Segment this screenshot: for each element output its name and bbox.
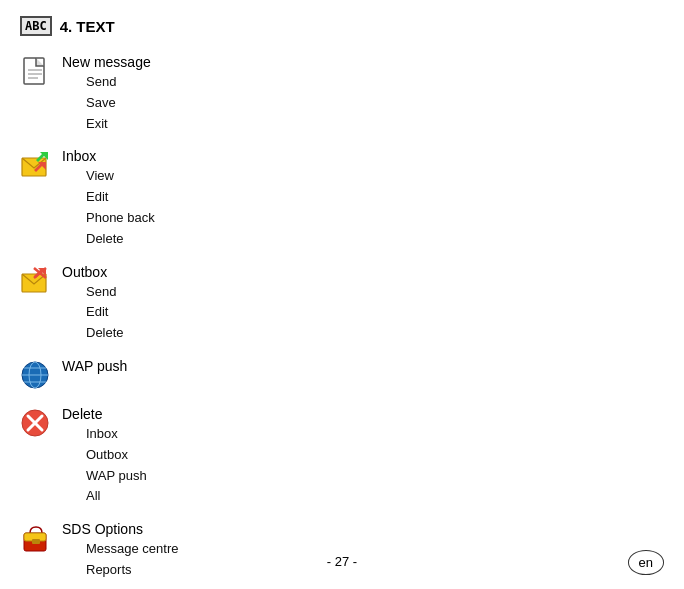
sub-item-edit[interactable]: Edit [86,187,155,208]
sub-item-edit[interactable]: Edit [86,302,124,323]
svg-rect-21 [32,539,40,544]
delete-icon [20,408,52,440]
sds-options-label[interactable]: SDS Options [62,521,179,537]
inbox-icon [20,150,52,182]
sub-item-view[interactable]: View [86,166,155,187]
outbox-icon [20,266,52,298]
wap-push-icon [20,360,52,392]
sub-item-delete[interactable]: Delete [86,323,124,344]
outbox-label[interactable]: Outbox [62,264,124,280]
sub-item-send[interactable]: Send [86,72,151,93]
section-delete: DeleteInboxOutboxWAP pushAll [20,406,664,507]
sub-item-outbox[interactable]: Outbox [86,445,147,466]
new-message-icon [20,56,52,88]
section-sds-options: SDS OptionsMessage centreReports [20,521,664,581]
delete-label[interactable]: Delete [62,406,147,422]
abc-icon: ABC [20,16,52,36]
section-wap-push: WAP push [20,358,664,392]
sub-item-send[interactable]: Send [86,282,124,303]
inbox-label[interactable]: Inbox [62,148,155,164]
page-title: 4. TEXT [60,18,115,35]
sub-item-all[interactable]: All [86,486,147,507]
page-number: - 27 - [327,554,357,569]
page-header: ABC 4. TEXT [20,16,664,36]
sub-item-inbox[interactable]: Inbox [86,424,147,445]
section-inbox: InboxViewEditPhone backDelete [20,148,664,249]
menu-sections: New messageSendSaveExit InboxViewEditPho… [20,54,664,581]
footer: - 27 - [0,554,684,569]
sub-item-exit[interactable]: Exit [86,114,151,135]
sub-item-wap-push[interactable]: WAP push [86,466,147,487]
sub-item-phone-back[interactable]: Phone back [86,208,155,229]
language-badge: en [628,550,664,575]
sub-item-delete[interactable]: Delete [86,229,155,250]
section-outbox: OutboxSendEditDelete [20,264,664,344]
svg-rect-0 [24,58,44,84]
new-message-label[interactable]: New message [62,54,151,70]
section-new-message: New messageSendSaveExit [20,54,664,134]
wap-push-label[interactable]: WAP push [62,358,127,374]
sub-item-save[interactable]: Save [86,93,151,114]
sds-options-icon [20,523,52,555]
